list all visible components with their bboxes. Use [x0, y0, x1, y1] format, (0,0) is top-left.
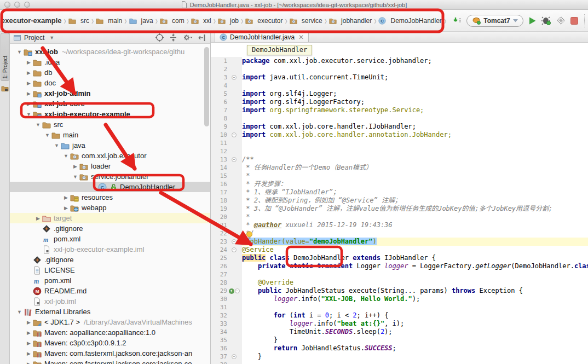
code-line-15[interactable]: *	[242, 172, 588, 180]
code-line-11[interactable]	[242, 139, 588, 147]
chevron-right-icon[interactable]: ▶	[63, 195, 69, 200]
chevron-down-icon[interactable]: ▼	[63, 153, 69, 159]
code-line-35[interactable]: }	[242, 336, 588, 344]
code-line-19[interactable]: * 3、加 “@JobHander” 注解，注解value值为新增任务生成的Jo…	[242, 205, 588, 213]
close-tab-icon[interactable]: ✕	[298, 33, 304, 41]
tree-item-maven-com-fasterxml-jackson-core-jackson-co[interactable]: ▶Maven: com.fasterxml.jackson.core:jacks…	[10, 359, 210, 364]
tree-item-readme-md[interactable]: MREADME.md	[10, 286, 210, 296]
breadcrumb-item-job[interactable]: job	[218, 17, 239, 25]
run-button[interactable]	[528, 16, 537, 25]
chevron-right-icon[interactable]: ▶	[26, 361, 32, 364]
code-line-28[interactable]: @Override	[242, 279, 588, 287]
breadcrumb-item-xxl[interactable]: xxl	[191, 17, 211, 25]
chevron-right-icon[interactable]: ▶	[63, 205, 69, 211]
tree-item-resources[interactable]: ▶resources	[10, 192, 210, 203]
breadcrumb-item-src[interactable]: src	[68, 17, 89, 25]
chevron-right-icon[interactable]: ▶	[26, 80, 32, 86]
chevron-down-icon[interactable]: ▼	[16, 49, 22, 55]
code-line-24[interactable]: @Service	[242, 246, 588, 254]
code-line-2[interactable]	[242, 65, 588, 73]
breadcrumb-item-jobhandler[interactable]: jobhandler	[329, 17, 372, 25]
chevron-right-icon[interactable]: ▶	[26, 60, 32, 65]
maximize-window-icon[interactable]	[24, 2, 30, 8]
intention-bulb-icon[interactable]	[246, 231, 253, 241]
chevron-right-icon[interactable]: ▶	[35, 216, 41, 221]
code-line-4[interactable]	[242, 82, 588, 90]
close-window-icon[interactable]	[4, 2, 10, 8]
fold-marker-icon[interactable]: −	[232, 239, 237, 244]
code-line-31[interactable]	[242, 303, 588, 311]
tree-item-doc[interactable]: ▶doc	[10, 78, 210, 88]
code-line-32[interactable]: for (int i = 0; i < 2; i++) {	[242, 311, 588, 320]
code-lines[interactable]: package com.xxl.job.executor.service.job…	[242, 57, 588, 364]
chevron-down-icon[interactable]: ▼	[44, 132, 50, 138]
code-line-25[interactable]: public class DemoJobHandler extends IJob…	[242, 254, 588, 262]
chevron-right-icon[interactable]: ▶	[72, 164, 78, 169]
tree-item-maven-aopalliance-aopalliance-1-0[interactable]: ▶Maven: aopalliance:aopalliance:1.0	[10, 327, 210, 338]
code-line-33[interactable]: logger.info("beat at:{}", i);	[242, 320, 588, 328]
minimize-window-icon[interactable]	[14, 2, 20, 8]
code-line-27[interactable]	[242, 270, 588, 279]
breadcrumb-item-demojobhandler[interactable]: CDemoJobHandler	[378, 17, 441, 25]
tree-scrollbar[interactable]	[204, 47, 209, 126]
code-line-20[interactable]: *	[242, 213, 588, 221]
chevron-right-icon[interactable]: ▶	[26, 351, 32, 356]
code-line-6[interactable]: import org.slf4j.LoggerFactory;	[242, 98, 588, 106]
hide-panel-icon[interactable]	[198, 34, 206, 42]
code-line-18[interactable]: * 2、装配到Spring，例如加 “@Service” 注解；	[242, 197, 588, 205]
tree-item-xxl-job-executor-example[interactable]: ▼xxl-job-executor-example	[10, 109, 210, 119]
code-line-38[interactable]	[242, 361, 588, 364]
code-line-9[interactable]: import com.xxl.job.core.handler.IJobHand…	[242, 123, 588, 131]
navigate-down-icon[interactable]	[453, 16, 462, 25]
fold-marker-icon[interactable]: −	[235, 288, 240, 293]
code-line-30[interactable]: logger.info("XXL-JOB, Hello World.");	[242, 295, 588, 303]
tree-item--gitignore[interactable]: .gitignore	[10, 223, 210, 234]
tree-item-src[interactable]: ▼src	[10, 119, 210, 130]
chevron-down-icon[interactable]: ▼	[54, 143, 60, 148]
tree-item-demojobhandler[interactable]: CDemoJobHandler	[10, 182, 210, 192]
code-line-12[interactable]	[242, 147, 588, 155]
breadcrumb-item-service[interactable]: service	[290, 17, 322, 25]
code-line-29[interactable]: public JobHandleStatus execute(String...…	[242, 287, 588, 295]
code-line-14[interactable]: * 任务Handler的一个Demo（Bean模式）	[242, 164, 588, 172]
code-line-8[interactable]	[242, 114, 588, 123]
tree-item-pom-xml[interactable]: mpom.xml	[10, 275, 210, 286]
tree-item-loader[interactable]: ▶loader	[10, 161, 210, 171]
breadcrumb-item-java[interactable]: java	[129, 17, 153, 25]
tree-item-com-xxl-job-executor[interactable]: ▼com.xxl.job.executor	[10, 151, 210, 161]
tree-item-maven-c3p0-c3p0-0-9-1-2[interactable]: ▶Maven: c3p0:c3p0:0.9.1.2	[10, 338, 210, 348]
tree-item-target[interactable]: ▶target	[10, 213, 210, 223]
tree-item-webapp[interactable]: ▶webapp	[10, 203, 210, 213]
code-line-37[interactable]: }	[242, 353, 588, 361]
breadcrumb-item-executor-example[interactable]: executor-example	[1, 16, 62, 25]
breadcrumb-item-com[interactable]: com	[160, 17, 185, 25]
tree-item-pom-xml[interactable]: mpom.xml	[10, 234, 210, 244]
chevron-down-icon[interactable]: ▼	[26, 112, 32, 117]
collapse-all-icon[interactable]	[169, 33, 177, 42]
chevron-down-icon[interactable]: ▼	[16, 309, 22, 315]
chevron-down-icon[interactable]: ▼	[72, 174, 78, 180]
tree-item--jdk1-7-[interactable]: ▶< JDK1.7 >/Library/Java/JavaVirtualMach…	[10, 317, 210, 327]
run-with-coverage-button[interactable]	[556, 16, 566, 25]
overriding-method-icon[interactable]: ↑	[229, 288, 234, 294]
code-line-16[interactable]: * 开发步骤：	[242, 180, 588, 188]
code-line-13[interactable]: /**	[242, 155, 588, 164]
stop-button[interactable]	[570, 17, 578, 25]
code-line-34[interactable]: TimeUnit.SECONDS.sleep(2);	[242, 328, 588, 336]
code-line-1[interactable]: package com.xxl.job.executor.service.job…	[242, 57, 588, 65]
code-line-26[interactable]: private static transient Logger logger =…	[242, 262, 588, 270]
chevron-right-icon[interactable]: ▶	[26, 320, 32, 325]
locate-file-icon[interactable]	[155, 33, 164, 42]
tree-item-java[interactable]: ▼java	[10, 140, 210, 151]
chevron-down-icon[interactable]: ▼	[35, 122, 41, 128]
chevron-right-icon[interactable]: ▶	[26, 70, 32, 76]
breadcrumb-class[interactable]: DemoJobHandler	[247, 45, 312, 55]
tab-demojobhandler[interactable]: C DemoJobHandler.java ✕	[215, 32, 309, 42]
run-configuration-select[interactable]: Tomcat7	[466, 15, 523, 27]
chevron-right-icon[interactable]: ▶	[26, 340, 32, 346]
project-panel-title[interactable]: Project	[24, 34, 44, 42]
breadcrumb-item-main[interactable]: main	[96, 17, 122, 25]
sidebar-tab-project[interactable]: 1: Project	[1, 33, 9, 81]
code-line-23[interactable]: @JobHander(value="demoJobHandler")	[242, 238, 588, 246]
tree-item-xxl-job-iml[interactable]: xxl-job.iml	[10, 296, 210, 307]
